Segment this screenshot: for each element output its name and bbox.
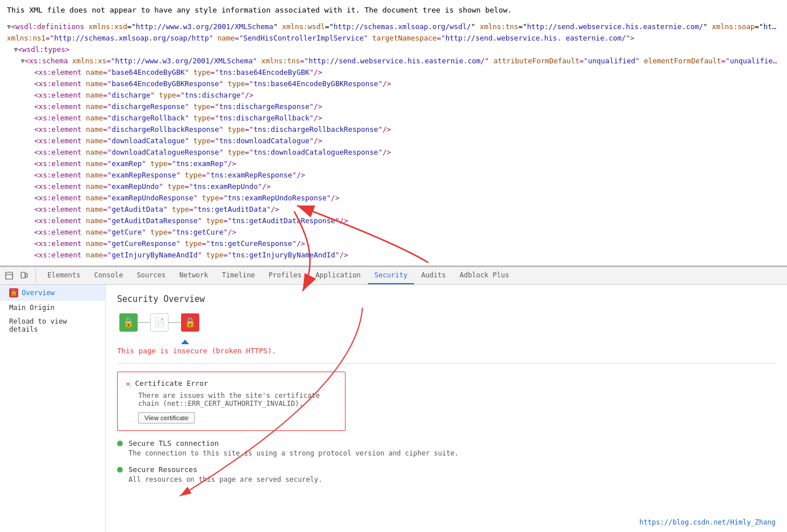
insecure-warning: This page is insecure (broken HTTPS). [117, 346, 776, 364]
sidebar-overview-label: Overview [22, 289, 55, 297]
annotation-area: 🔒 📄 🔒 [117, 313, 776, 344]
xml-types-line: ▼<wsdl:types> [7, 44, 780, 55]
cert-error-x-icon: ✕ [126, 379, 130, 388]
cert-error-title: Certificate Error [135, 379, 208, 388]
xml-el-1: <xs:element name="base64EncodeByGBK" typ… [7, 67, 780, 78]
green-lock-icon: 🔒 [119, 313, 138, 332]
xml-schema-line: ▼<xs:schema xmlns:xs="http://www.w3.org/… [7, 55, 780, 67]
svg-rect-3 [26, 273, 27, 277]
tls-row: Secure TLS connection The connection to … [117, 439, 776, 457]
xml-el-7: <xs:element name="downloadCatalogue" typ… [7, 135, 780, 147]
tab-console[interactable]: Console [87, 267, 130, 284]
view-certificate-button[interactable]: View certificate [138, 412, 195, 424]
xml-el-4: <xs:element name="dischargeResponse" typ… [7, 101, 780, 112]
xml-el-12: <xs:element name="examRepUndoResponse" t… [7, 192, 780, 204]
tls-title: Secure TLS connection [129, 439, 459, 448]
resources-green-dot [117, 467, 123, 473]
watermark: https://blog.csdn.net/Himly_Zhang [640, 518, 776, 526]
xml-el-16: <xs:element name="getCureResponse" type=… [7, 238, 780, 249]
xml-el-6: <xs:element name="dischargeRollbackRespo… [7, 124, 780, 135]
xml-viewer: This XML file does not appear to have an… [0, 0, 787, 266]
xml-el-8: <xs:element name="downloadCatalogueRespo… [7, 147, 780, 158]
resources-row: Secure Resources All resources on this p… [117, 465, 776, 483]
xml-root-line: ▼<wsdl:definitions xmlns:xsd="http://www… [7, 21, 780, 33]
xml-el-13: <xs:element name="getAuditData" type="tn… [7, 204, 780, 215]
tab-elements[interactable]: Elements [41, 267, 87, 284]
tab-sources[interactable]: Sources [130, 267, 172, 284]
tab-application[interactable]: Application [308, 267, 367, 284]
tab-security[interactable]: Security [368, 267, 415, 284]
xml-content: ▼<wsdl:definitions xmlns:xsd="http://www… [7, 21, 780, 261]
tls-description: The connection to this site is using a s… [129, 449, 459, 457]
tab-profiles[interactable]: Profiles [262, 267, 308, 284]
cert-error-header: ✕ Certificate Error [126, 379, 337, 388]
sidebar-reload[interactable]: Reload to view details [0, 315, 105, 336]
xml-el-11: <xs:element name="examRepUndo" type="tns… [7, 181, 780, 192]
cert-error-description: There are issues with the site's certifi… [138, 392, 337, 408]
xml-el-3: <xs:element name="discharge" type="tns:d… [7, 90, 780, 101]
svg-rect-2 [21, 272, 25, 278]
tab-adblock[interactable]: Adblock Plus [453, 267, 516, 284]
conn-line-1 [138, 322, 150, 323]
xml-notice: This XML file does not appear to have an… [7, 5, 780, 17]
devtools-toolbar: Elements Console Sources Network Timelin… [0, 267, 787, 285]
xml-el-17: <xs:element name="getInjuryByNameAndId" … [7, 249, 780, 261]
sidebar-item-overview[interactable]: 🔒 Overview [0, 285, 105, 301]
xml-ns-line: xmlns:ns1="http://schemas.xmlsoap.org/so… [7, 33, 780, 44]
red-lock-icon: 🔒 [181, 313, 199, 332]
tab-network[interactable]: Network [172, 267, 215, 284]
svg-rect-0 [6, 272, 13, 279]
device-icon[interactable] [17, 269, 31, 283]
connection-diagram: 🔒 📄 🔒 [119, 313, 776, 332]
security-main-panel: Security Overview 🔒 📄 🔒 [106, 285, 787, 532]
devtools-tabs: Elements Console Sources Network Timelin… [41, 267, 516, 284]
security-title: Security Overview [117, 294, 776, 304]
xml-el-9: <xs:element name="examRep" type="tns:exa… [7, 158, 780, 170]
xml-el-14: <xs:element name="getAuditDataResponse" … [7, 215, 780, 227]
resources-title: Secure Resources [129, 465, 323, 474]
cert-error-box: ✕ Certificate Error There are issues wit… [117, 372, 346, 431]
devtools-content-area: 🔒 Overview Main Origin Reload to view de… [0, 285, 787, 532]
conn-line-2 [168, 322, 181, 323]
tls-green-dot [117, 441, 123, 446]
devtools-panel: Elements Console Sources Network Timelin… [0, 266, 787, 532]
devtools-icon-group [2, 269, 36, 283]
xml-el-5: <xs:element name="dischargeRollback" typ… [7, 112, 780, 124]
lock-red-icon: 🔒 [9, 288, 18, 297]
xml-el-15: <xs:element name="getCure" type="tns:get… [7, 227, 780, 238]
resources-description: All resources on this page are served se… [129, 475, 323, 483]
tab-timeline[interactable]: Timeline [215, 267, 262, 284]
xml-el-10: <xs:element name="examRepResponse" type=… [7, 170, 780, 181]
sidebar-main-origin[interactable]: Main Origin [0, 301, 105, 315]
inspect-icon[interactable] [2, 269, 16, 283]
xml-el-2: <xs:element name="base64EncodeByGBKRespo… [7, 78, 780, 90]
tab-audits[interactable]: Audits [414, 267, 452, 284]
document-icon: 📄 [150, 313, 168, 332]
security-sidebar: 🔒 Overview Main Origin Reload to view de… [0, 285, 106, 532]
